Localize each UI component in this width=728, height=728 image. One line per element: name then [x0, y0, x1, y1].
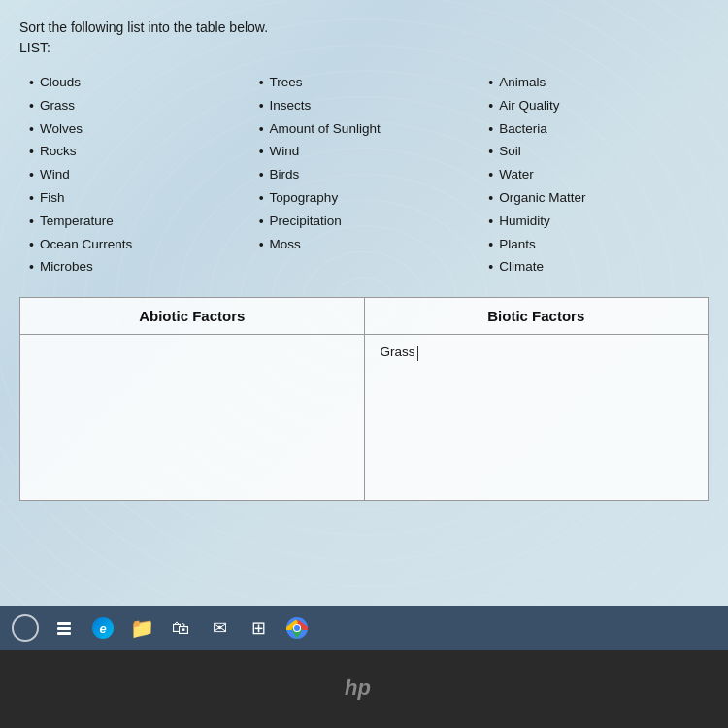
list-container: Clouds Grass Wolves Rocks Wind Fish Temp… [19, 72, 709, 280]
list-item: Ocean Currents [29, 234, 240, 257]
list-item: Topography [259, 187, 470, 211]
store-button[interactable]: 🛍 [163, 611, 198, 645]
list-item: Climate [488, 256, 699, 280]
list-item: Plants [488, 234, 699, 257]
start-circle [12, 614, 39, 642]
store-icon: 🛍 [172, 618, 189, 639]
list-2: Trees Insects Amount of Sunlight Wind Bi… [259, 72, 470, 256]
instructions: Sort the following list into the table b… [19, 17, 709, 58]
mail-button[interactable]: ✉ [202, 611, 237, 645]
list-item: Animals [488, 72, 699, 95]
list-item: Wind [29, 164, 240, 187]
instruction-line2: LIST: [19, 40, 50, 55]
instruction-line1: Sort the following list into the table b… [19, 19, 268, 35]
list-item: Trees [259, 72, 470, 95]
svg-text:hp: hp [345, 676, 371, 700]
list-item: Insects [259, 95, 470, 118]
list-column-1: Clouds Grass Wolves Rocks Wind Fish Temp… [19, 72, 249, 280]
list-item: Wolves [29, 118, 240, 142]
list-item: Clouds [29, 72, 240, 95]
list-item: Rocks [29, 141, 240, 164]
hp-logo: hp [340, 672, 388, 707]
abiotic-input[interactable] [20, 335, 364, 500]
list-item: Wind [259, 141, 470, 164]
list-item: Microbes [29, 256, 240, 280]
list-item: Fish [29, 187, 240, 211]
mail-icon: ✉ [213, 617, 227, 639]
grid-button[interactable]: ⊞ [241, 611, 276, 645]
biotic-cell[interactable]: Grass Grass [365, 335, 709, 500]
sorting-table: Abiotic Factors Biotic Factors Grass Gra… [19, 297, 709, 501]
table-body: Grass Grass [20, 335, 708, 500]
main-content: Sort the following list into the table b… [0, 0, 728, 606]
list-item: Soil [488, 141, 699, 164]
list-column-2: Trees Insects Amount of Sunlight Wind Bi… [249, 72, 480, 280]
list-item: Birds [259, 164, 470, 187]
bottom-strip: hp [0, 650, 728, 728]
start-button[interactable] [8, 611, 43, 645]
taskview-button[interactable] [47, 611, 82, 645]
folder-icon: 📁 [130, 616, 154, 640]
chrome-icon [286, 617, 308, 639]
taskview-icon [57, 622, 71, 635]
abiotic-cell[interactable] [20, 335, 365, 500]
list-item: Air Quality [488, 95, 699, 118]
explorer-button[interactable]: 📁 [124, 611, 159, 645]
abiotic-header: Abiotic Factors [20, 298, 365, 334]
chrome-button[interactable] [280, 611, 314, 645]
list-column-3: Animals Air Quality Bacteria Soil Water … [479, 72, 709, 280]
list-item: Precipitation [259, 211, 470, 234]
svg-point-4 [294, 625, 300, 631]
list-3: Animals Air Quality Bacteria Soil Water … [488, 72, 699, 280]
list-item: Temperature [29, 211, 240, 234]
taskbar: e 📁 🛍 ✉ ⊞ [0, 606, 728, 650]
hp-logo-svg: hp [340, 672, 388, 701]
list-item: Grass [29, 95, 240, 118]
table-header: Abiotic Factors Biotic Factors [20, 298, 708, 335]
list-item: Bacteria [488, 118, 699, 142]
edge-icon: e [92, 617, 114, 639]
edge-button[interactable]: e [85, 611, 120, 645]
biotic-header: Biotic Factors [365, 298, 709, 334]
list-item: Humidity [488, 211, 699, 234]
list-item: Amount of Sunlight [259, 118, 470, 142]
list-item: Water [488, 164, 699, 187]
list-item: Organic Matter [488, 187, 699, 211]
list-1: Clouds Grass Wolves Rocks Wind Fish Temp… [29, 72, 240, 280]
grid-icon: ⊞ [251, 617, 266, 639]
list-item: Moss [259, 234, 470, 257]
